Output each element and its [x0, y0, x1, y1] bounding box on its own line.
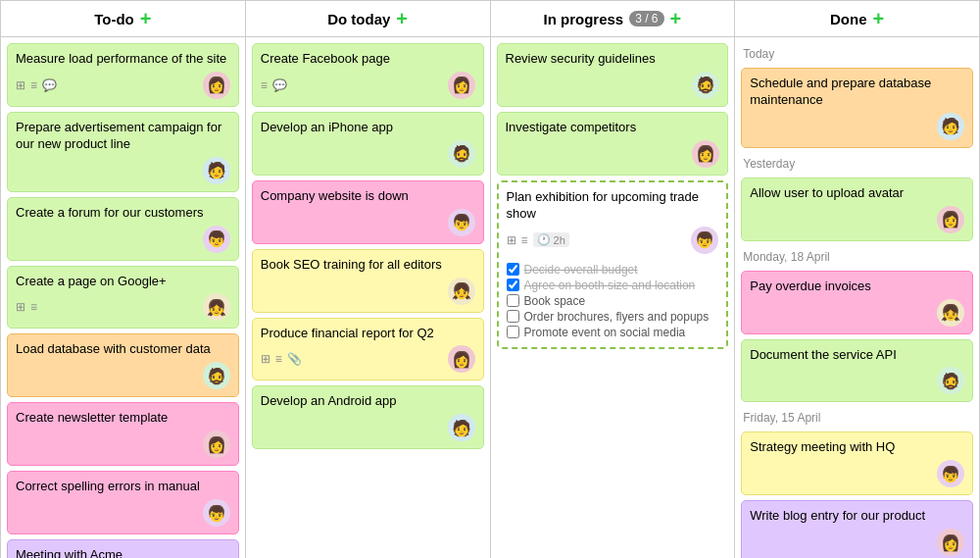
card-footer-dn1: 🧑	[750, 113, 964, 140]
checkbox-3[interactable]	[507, 294, 519, 307]
card-p2[interactable]: Investigate competitors 👩	[497, 112, 729, 176]
avatar-dn5: 👦	[937, 460, 964, 487]
card-title-p1: Review security guidelines	[506, 51, 720, 68]
avatar-c4: 👧	[203, 293, 230, 321]
add-dotoday-button[interactable]: +	[396, 9, 408, 28]
time-badge-p3: 🕐 2h	[533, 232, 569, 247]
card-footer-dn5: 👦	[750, 460, 964, 487]
date-label-today: Today	[741, 43, 973, 63]
list-icon: ≡	[261, 78, 268, 92]
card-title-dn5: Strategy meeting with HQ	[750, 439, 964, 456]
card-d1[interactable]: Create Facebook page ≡ 💬 👩	[252, 43, 484, 107]
avatar-c7: 👦	[203, 499, 230, 527]
card-footer-c7: 👦	[16, 499, 230, 527]
avatar-c5: 🧔	[203, 362, 230, 389]
clip-icon: 📎	[287, 352, 302, 366]
card-dn6[interactable]: Write blog entry for our product 👩	[741, 500, 973, 558]
card-p3[interactable]: Plan exhibition for upcoming trade show …	[497, 180, 729, 349]
card-footer-dn4: 🧔	[750, 367, 964, 394]
card-footer-c1: ⊞ ≡ 💬 👩	[16, 72, 230, 99]
card-footer-c6: 👩	[16, 431, 230, 458]
checkbox-5[interactable]	[507, 326, 519, 338]
avatar-d6: 🧑	[448, 414, 475, 441]
grid-icon: ⊞	[507, 233, 516, 247]
card-d4[interactable]: Book SEO training for all editors 👧	[252, 249, 484, 313]
card-footer-c5: 🧔	[16, 362, 230, 389]
avatar-d2: 🧔	[448, 140, 475, 168]
add-todo-button[interactable]: +	[140, 9, 152, 28]
checklist-item-4: Order brochures, flyers and popups	[507, 309, 719, 325]
card-p1[interactable]: Review security guidelines 🧔	[497, 43, 729, 107]
card-footer-d1: ≡ 💬 👩	[261, 72, 475, 99]
inprogress-body: Review security guidelines 🧔 Investigate…	[491, 37, 735, 558]
checklist-label-4: Order brochures, flyers and popups	[524, 310, 710, 324]
column-title-inprogress: In progress	[544, 11, 624, 27]
avatar-dn3: 👧	[937, 299, 964, 327]
card-icons-p3: ⊞ ≡ 🕐 2h 👦	[507, 227, 719, 254]
avatar-p3: 👦	[691, 227, 718, 254]
checklist-label-2: Agree on booth size and location	[524, 279, 696, 292]
column-dotoday: Do today + Create Facebook page ≡ 💬 👩 De…	[246, 1, 491, 558]
checkbox-1[interactable]	[507, 263, 519, 276]
todo-body: Measure load performance of the site ⊞ ≡…	[1, 37, 245, 558]
card-d6[interactable]: Develop an Android app 🧑	[252, 385, 484, 449]
card-dn3[interactable]: Pay overdue invoices 👧	[741, 271, 973, 334]
clock-icon: 🕐	[537, 233, 551, 246]
card-c7[interactable]: Correct spelling errors in manual 👦	[7, 471, 239, 534]
card-icons-d5: ⊞ ≡ 📎	[261, 352, 302, 366]
card-footer-d5: ⊞ ≡ 📎 👩	[261, 345, 475, 373]
column-title-todo: To-do	[94, 11, 134, 27]
checklist-item-3: Book space	[507, 293, 719, 309]
card-title-dn4: Document the service API	[750, 347, 964, 364]
grid-icon: ⊞	[16, 300, 25, 314]
card-d5[interactable]: Produce financial report for Q2 ⊞ ≡ 📎 👩	[252, 318, 484, 381]
card-title-c4: Create a page on Google+	[16, 274, 230, 290]
avatar-d3: 👦	[448, 209, 475, 236]
card-title-c5: Load database with customer data	[16, 341, 230, 358]
card-dn4[interactable]: Document the service API 🧔	[741, 339, 973, 403]
time-value: 2h	[554, 234, 565, 246]
checklist-label-3: Book space	[524, 294, 586, 308]
grid-icon: ⊞	[261, 352, 270, 366]
card-c3[interactable]: Create a forum for our customers 👦	[7, 197, 239, 261]
card-title-c1: Measure load performance of the site	[16, 51, 230, 68]
card-d3[interactable]: Company website is down 👦	[252, 180, 484, 244]
card-footer-p1: 🧔	[506, 72, 720, 99]
card-dn5[interactable]: Strategy meeting with HQ 👦	[741, 431, 973, 495]
checkbox-4[interactable]	[507, 310, 519, 323]
add-inprogress-button[interactable]: +	[670, 9, 682, 28]
card-c4[interactable]: Create a page on Google+ ⊞ ≡ 👧	[7, 266, 239, 330]
avatar-c2: 🧑	[203, 157, 230, 184]
column-done: Done + Today Schedule and prepare databa…	[735, 1, 979, 558]
card-c5[interactable]: Load database with customer data 🧔	[7, 333, 239, 397]
card-dn2[interactable]: Allow user to upload avatar 👩	[741, 178, 973, 241]
card-icons-d1: ≡ 💬	[261, 78, 287, 92]
avatar-c6: 👩	[203, 431, 230, 458]
avatar-dn6: 👩	[937, 529, 964, 556]
checklist-item-5: Promote event on social media	[507, 325, 719, 340]
card-title-dn2: Allow user to upload avatar	[750, 185, 964, 202]
avatar-p1: 🧔	[692, 72, 719, 99]
card-dn1[interactable]: Schedule and prepare database maintenanc…	[741, 68, 973, 148]
column-inprogress: In progress 3 / 6 + Review security guid…	[491, 1, 736, 558]
checkbox-2[interactable]	[507, 279, 519, 291]
dotoday-body: Create Facebook page ≡ 💬 👩 Develop an iP…	[246, 37, 490, 558]
checklist-label-5: Promote event on social media	[524, 326, 686, 339]
card-footer-d2: 🧔	[261, 140, 475, 168]
column-header-dotoday: Do today +	[246, 1, 490, 37]
avatar-dn2: 👩	[937, 206, 964, 233]
card-title-c7: Correct spelling errors in manual	[16, 479, 230, 495]
card-footer-dn6: 👩	[750, 529, 964, 556]
card-footer-p2: 👩	[506, 140, 720, 168]
card-footer-c2: 🧑	[16, 157, 230, 184]
add-done-button[interactable]: +	[873, 9, 885, 28]
avatar-dn1: 🧑	[937, 113, 964, 140]
card-d2[interactable]: Develop an iPhone app 🧔	[252, 112, 484, 176]
card-c8[interactable]: Meeting with Acme ⊞ ⇄ ≡ 👧	[7, 539, 239, 558]
list-icon: ≡	[275, 352, 282, 366]
card-c6[interactable]: Create newsletter template 👩	[7, 402, 239, 466]
card-c2[interactable]: Prepare advertisement campaign for our n…	[7, 112, 239, 192]
avatar-dn4: 🧔	[937, 367, 964, 394]
card-c1[interactable]: Measure load performance of the site ⊞ ≡…	[7, 43, 239, 107]
checklist-p3: Decide overall budget Agree on booth siz…	[507, 262, 719, 340]
